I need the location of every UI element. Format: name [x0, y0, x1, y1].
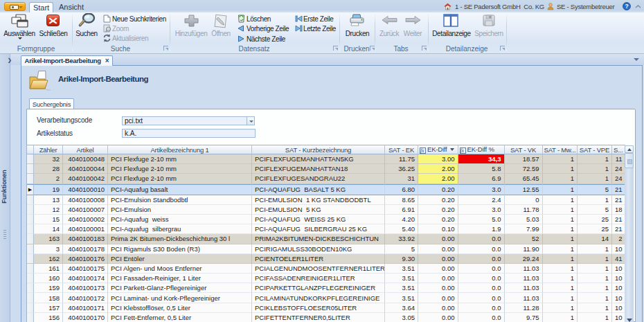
svg-text:?: ? [625, 3, 628, 10]
